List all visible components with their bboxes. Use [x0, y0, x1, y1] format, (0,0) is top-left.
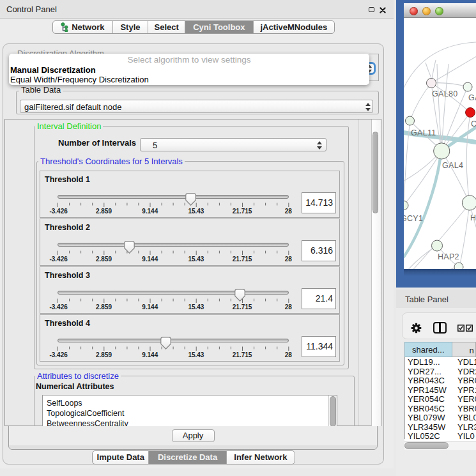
svg-text:GCY1: GCY1: [404, 214, 423, 223]
svg-text:GAL80: GAL80: [432, 89, 457, 98]
svg-text:GAL3: GAL3: [468, 93, 476, 102]
svg-text:HAP2: HAP2: [438, 252, 459, 261]
svg-text:CRE: CRE: [471, 119, 476, 128]
svg-text:GAL4: GAL4: [442, 161, 463, 170]
svg-text:HIS: HIS: [470, 213, 476, 222]
svg-text:GAL11: GAL11: [411, 128, 436, 137]
